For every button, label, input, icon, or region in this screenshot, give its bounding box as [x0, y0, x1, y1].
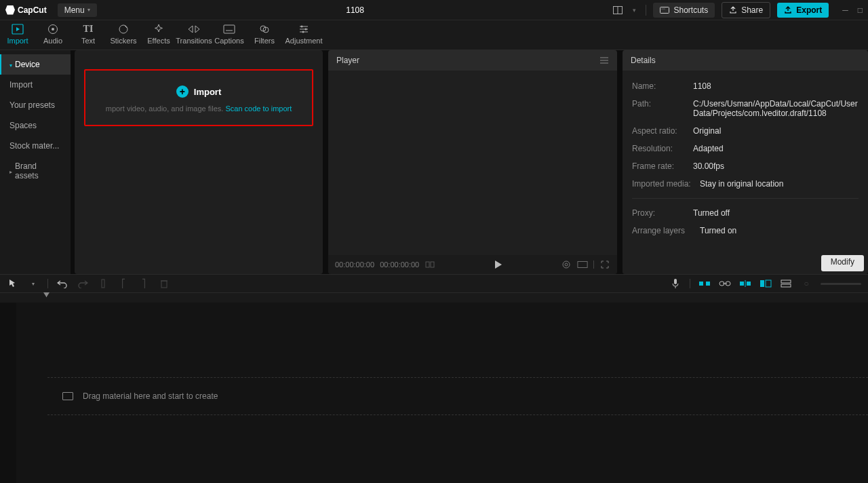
- details-footer: Modify: [623, 255, 868, 274]
- trim-right-icon[interactable]: ⎤: [138, 277, 150, 290]
- sidebar-item-device[interactable]: Device: [0, 54, 71, 75]
- zoom-out-icon[interactable]: ○: [800, 277, 812, 290]
- split-icon[interactable]: [97, 277, 109, 290]
- player-viewport[interactable]: [328, 71, 617, 255]
- export-label: Export: [796, 5, 822, 15]
- plus-icon: +: [176, 85, 189, 98]
- player-header: Player: [328, 50, 617, 71]
- tab-import[interactable]: Import: [0, 23, 35, 45]
- svg-point-3: [662, 8, 663, 9]
- modify-button[interactable]: Modify: [821, 255, 864, 271]
- capcut-icon: [5, 5, 15, 15]
- main-area: Device Import Your presets Spaces Stock …: [0, 50, 868, 274]
- app-logo: CapCut: [5, 5, 47, 15]
- tab-filters[interactable]: Filters: [247, 23, 282, 45]
- svg-point-9: [119, 25, 127, 33]
- maximize-icon[interactable]: □: [858, 5, 863, 15]
- sidebar-item-spaces[interactable]: Spaces: [0, 115, 71, 136]
- track-drop-hint: Drag material here and start to create: [47, 377, 868, 415]
- svg-rect-10: [224, 25, 235, 33]
- tab-stickers[interactable]: Stickers: [106, 23, 141, 45]
- svg-rect-2: [660, 7, 669, 13]
- sidebar-item-import[interactable]: Import: [0, 75, 71, 95]
- menu-button[interactable]: Menu: [58, 3, 97, 17]
- detail-row-arrange: Arrange layersTurned on: [632, 222, 859, 239]
- drag-hint-text: Drag material here and start to create: [83, 391, 218, 401]
- svg-rect-42: [781, 280, 791, 283]
- zoom-slider[interactable]: [821, 283, 861, 285]
- tab-captions[interactable]: Captions: [212, 23, 247, 45]
- svg-rect-29: [161, 281, 167, 288]
- svg-rect-31: [674, 279, 677, 284]
- svg-point-25: [563, 261, 570, 268]
- svg-rect-41: [766, 280, 771, 287]
- svg-rect-38: [747, 282, 751, 286]
- link-icon[interactable]: [719, 277, 731, 290]
- import-title: Import: [194, 87, 221, 97]
- tab-label: Text: [81, 37, 95, 45]
- svg-rect-28: [102, 279, 104, 288]
- svg-rect-24: [431, 262, 434, 267]
- tab-effects[interactable]: Effects: [141, 23, 176, 45]
- minimize-icon[interactable]: ─: [842, 5, 848, 15]
- text-icon: TI: [82, 23, 94, 35]
- tab-label: Effects: [147, 37, 170, 45]
- track-margin: [0, 303, 16, 483]
- export-button[interactable]: Export: [777, 3, 829, 18]
- redo-icon[interactable]: [77, 277, 89, 290]
- svg-point-4: [663, 8, 664, 9]
- svg-rect-40: [760, 280, 764, 287]
- detail-row-name: Name:1108: [632, 77, 859, 95]
- delete-icon[interactable]: [158, 277, 170, 290]
- menu-label: Menu: [64, 5, 85, 15]
- player-panel: Player 00:00:00:00 00:00:00:00: [328, 50, 617, 274]
- shortcuts-button[interactable]: Shortcuts: [653, 3, 715, 18]
- media-panel: + Import mport video, audio, and image f…: [75, 50, 323, 274]
- pointer-tool-icon[interactable]: [7, 277, 19, 290]
- tab-adjustment[interactable]: Adjustment: [282, 23, 326, 45]
- sidebar-item-brand[interactable]: Brand assets: [0, 156, 71, 186]
- snap-icon[interactable]: [739, 277, 751, 290]
- magnet-icon[interactable]: [698, 277, 711, 290]
- undo-icon[interactable]: [56, 277, 68, 290]
- hamburger-icon[interactable]: [599, 56, 609, 65]
- chevron-down-icon[interactable]: ▾: [27, 277, 39, 290]
- details-header: Details: [623, 50, 868, 71]
- sidebar-item-stock[interactable]: Stock mater...: [0, 136, 71, 156]
- shortcuts-label: Shortcuts: [673, 5, 708, 15]
- snapshot-icon[interactable]: [561, 259, 572, 270]
- divider: [47, 279, 48, 288]
- tab-audio[interactable]: Audio: [35, 23, 71, 45]
- svg-point-5: [665, 8, 665, 9]
- trim-left-icon[interactable]: ⎡: [117, 277, 130, 290]
- timeline-tracks[interactable]: Drag material here and start to create: [0, 303, 868, 483]
- timeline-ruler[interactable]: [0, 293, 868, 303]
- titlebar: CapCut Menu 1108 ▾ Shortcuts Share Expor…: [0, 0, 868, 20]
- timeline[interactable]: Drag material here and start to create: [0, 293, 868, 483]
- sidebar-item-presets[interactable]: Your presets: [0, 95, 71, 115]
- divider: [632, 198, 859, 199]
- playhead[interactable]: [46, 293, 47, 297]
- layout-icon[interactable]: [613, 5, 623, 15]
- play-button[interactable]: [493, 259, 504, 270]
- track-view-icon[interactable]: [780, 277, 792, 290]
- svg-point-8: [52, 28, 54, 31]
- player-title: Player: [336, 56, 359, 65]
- fullscreen-icon[interactable]: [599, 259, 610, 270]
- compare-icon[interactable]: [425, 259, 435, 270]
- ratio-icon[interactable]: [577, 259, 588, 270]
- chevron-down-icon[interactable]: ▾: [629, 5, 639, 15]
- preview-icon[interactable]: [760, 277, 772, 290]
- audio-icon: [47, 23, 59, 35]
- project-title: 1108: [97, 5, 614, 15]
- scan-code-link[interactable]: Scan code to import: [225, 104, 292, 113]
- share-button[interactable]: Share: [722, 2, 770, 18]
- tab-transitions[interactable]: Transitions: [176, 23, 212, 45]
- import-dropzone[interactable]: + Import mport video, audio, and image f…: [84, 69, 313, 126]
- detail-row-framerate: Frame rate:30.00fps: [632, 157, 859, 175]
- import-icon: [12, 23, 24, 35]
- mic-icon[interactable]: [669, 277, 682, 290]
- svg-rect-33: [706, 282, 710, 286]
- divider: [690, 279, 690, 288]
- tab-text[interactable]: TI Text: [71, 23, 106, 45]
